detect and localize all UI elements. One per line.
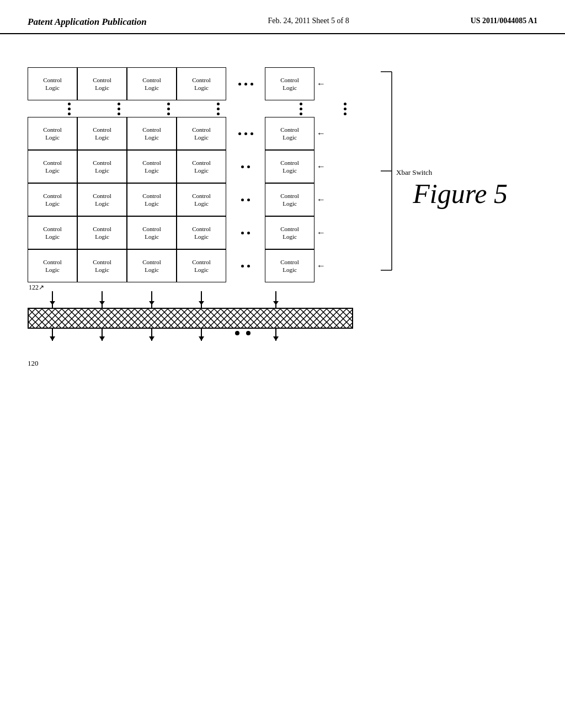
cell-5-1: ControlLogic (28, 216, 77, 249)
cell-3-3: ControlLogic (127, 150, 177, 183)
cell-1-2: ControlLogic (77, 67, 127, 100)
svg-marker-6 (99, 301, 105, 305)
cell-6-2: ControlLogic (77, 249, 127, 282)
svg-rect-12 (29, 309, 353, 329)
svg-marker-21 (199, 336, 204, 341)
cell-1-3: ControlLogic (127, 67, 177, 100)
arrow-row2 (317, 129, 326, 138)
row6-dots-horiz (226, 265, 265, 267)
cell-2-1: ControlLogic (28, 117, 77, 150)
cell-1-1: ControlLogic (28, 67, 77, 100)
page-header: Patent Application Publication Feb. 24, … (0, 0, 565, 34)
between-rows-1-2 (28, 100, 370, 117)
svg-marker-8 (199, 301, 204, 305)
grid-row-3: ControlLogic ControlLogic ControlLogic C… (28, 150, 370, 183)
cell-4-4: ControlLogic (177, 183, 226, 216)
cell-5-3: ControlLogic (127, 216, 177, 249)
cell-4-6: ControlLogic (265, 183, 315, 216)
sheet-info: Feb. 24, 2011 Sheet 5 of 8 (268, 17, 349, 25)
patent-number: US 2011/0044085 A1 (471, 17, 537, 25)
cell-3-1: ControlLogic (28, 150, 77, 183)
cell-4-2: ControlLogic (77, 183, 127, 216)
figure-5-wrapper: ControlLogic ControlLogic ControlLogic C… (28, 67, 537, 368)
arrow-row1 (317, 79, 326, 89)
svg-marker-5 (50, 301, 55, 305)
svg-text:Xbar Switch: Xbar Switch (396, 168, 433, 176)
cell-5-2: ControlLogic (77, 216, 127, 249)
bus-section (28, 291, 370, 348)
figure-label: Figure 5 (413, 178, 508, 210)
cell-2-2: ControlLogic (77, 117, 127, 150)
cell-5-4: ControlLogic (177, 216, 226, 249)
cell-3-2: ControlLogic (77, 150, 127, 183)
arrow-row3 (317, 162, 326, 172)
cell-6-1: ControlLogic (28, 249, 77, 282)
cell-1-6: ControlLogic (265, 67, 315, 100)
ref-122-label: 122↗ (29, 283, 44, 292)
cell-3-4: ControlLogic (177, 150, 226, 183)
cell-6-6: ControlLogic (265, 249, 315, 282)
svg-marker-7 (149, 301, 154, 305)
svg-marker-19 (99, 336, 105, 341)
svg-marker-9 (273, 301, 279, 305)
cell-6-4: ControlLogic (177, 249, 226, 282)
svg-point-24 (246, 331, 250, 335)
svg-marker-20 (149, 336, 154, 341)
ref-120-label: 120 (28, 359, 537, 368)
svg-marker-22 (273, 336, 279, 341)
arrow-row4 (317, 195, 326, 205)
row3-dots-horiz (226, 165, 265, 168)
cell-2-4: ControlLogic (177, 117, 226, 150)
grid-row-2: ControlLogic ControlLogic ControlLogic C… (28, 117, 370, 150)
grid-row-1: ControlLogic ControlLogic ControlLogic C… (28, 67, 370, 100)
grid-row-4: ControlLogic ControlLogic ControlLogic C… (28, 183, 370, 216)
cell-5-6: ControlLogic (265, 216, 315, 249)
row4-dots-horiz (226, 199, 265, 201)
row5-dots-horiz (226, 232, 265, 234)
arrow-row5 (317, 228, 326, 238)
cell-3-6: ControlLogic (265, 150, 315, 183)
cell-4-3: ControlLogic (127, 183, 177, 216)
row2-dots-horiz (226, 132, 265, 135)
cell-6-3: ControlLogic (127, 249, 177, 282)
svg-point-23 (235, 331, 239, 335)
cell-2-6: ControlLogic (265, 117, 315, 150)
grid-row-6: ControlLogic ControlLogic ControlLogic C… (28, 249, 370, 282)
cell-1-4: ControlLogic (177, 67, 226, 100)
cell-2-3: ControlLogic (127, 117, 177, 150)
svg-marker-18 (50, 336, 55, 341)
grid-row-5: ControlLogic ControlLogic ControlLogic C… (28, 216, 370, 249)
main-content: ControlLogic ControlLogic ControlLogic C… (0, 34, 565, 390)
row1-dots-horiz (226, 83, 265, 85)
publication-title: Patent Application Publication (28, 17, 147, 28)
cell-4-1: ControlLogic (28, 183, 77, 216)
arrow-row6 (317, 261, 326, 271)
